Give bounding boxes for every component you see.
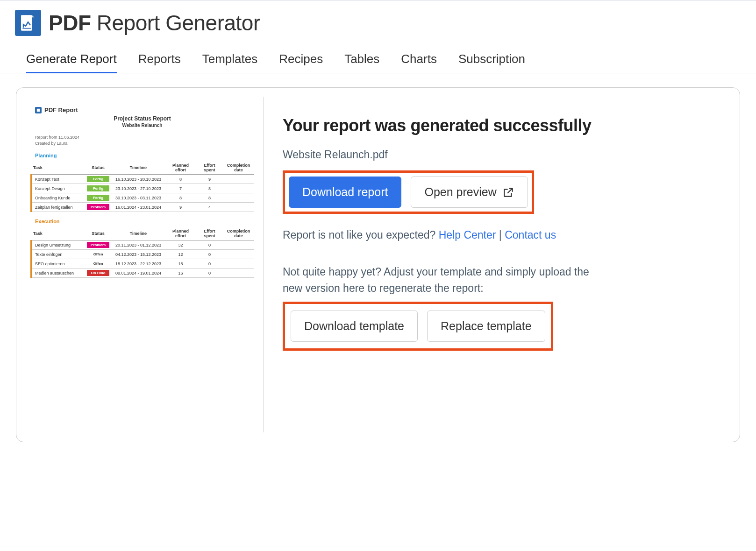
preview-table-planning: TaskStatusTimelinePlanned effortEffort s…: [30, 161, 254, 212]
contact-us-link[interactable]: Contact us: [505, 229, 556, 241]
table-header: Effort spent: [196, 227, 223, 240]
table-header: Planned effort: [165, 227, 196, 240]
table-row: Texte einfügenOffen04.12.2023 - 15.12.20…: [31, 250, 254, 259]
preview-section-execution: Execution: [30, 219, 254, 224]
help-center-link[interactable]: Help Center: [439, 229, 496, 241]
table-header: Completion date: [223, 227, 254, 240]
tab-subscription[interactable]: Subscription: [458, 46, 525, 73]
content-card: PDF Report Project Status Report Website…: [16, 87, 740, 442]
main-tabs: Generate ReportReportsTemplatesRecipesTa…: [0, 41, 756, 73]
preview-title: Project Status Report: [30, 115, 254, 122]
report-preview-column: PDF Report Project Status Report Website…: [30, 97, 264, 432]
download-report-button[interactable]: Download report: [289, 177, 401, 208]
tab-recipes[interactable]: Recipes: [279, 46, 323, 73]
app-header: PDF Report Generator: [0, 0, 756, 41]
table-header: Planned effort: [165, 161, 196, 175]
table-header: Status: [85, 227, 111, 240]
preview-section-planning: Planning: [30, 153, 254, 158]
table-row: Design UmsetzungProblem20.11.2023 - 01.1…: [31, 240, 254, 250]
table-header: Completion date: [223, 161, 254, 175]
template-actions-highlight: Download template Replace template: [283, 302, 553, 351]
table-header: Timeline: [112, 161, 165, 175]
tab-charts[interactable]: Charts: [401, 46, 437, 73]
help-line: Report is not like you expected? Help Ce…: [283, 229, 726, 241]
table-header: Task: [31, 227, 85, 240]
status-badge: Fertig: [87, 185, 109, 191]
tab-generate-report[interactable]: Generate Report: [26, 46, 117, 73]
adjust-template-text: Not quite happy yet? Adjust your templat…: [283, 264, 610, 296]
tab-templates[interactable]: Templates: [202, 46, 258, 73]
document-icon: [35, 107, 42, 113]
generated-filename: Website Relaunch.pdf: [283, 148, 726, 161]
download-template-button[interactable]: Download template: [291, 311, 418, 342]
app-title: PDF Report Generator: [49, 10, 260, 35]
primary-actions-highlight: Download report Open preview: [283, 170, 534, 214]
table-header: Timeline: [112, 227, 165, 240]
success-heading: Your report was generated successfully: [283, 116, 726, 135]
tab-tables[interactable]: Tables: [344, 46, 379, 73]
preview-table-execution: TaskStatusTimelinePlanned effortEffort s…: [30, 227, 254, 278]
table-row: Konzept DesignFertig23.10.2023 - 27.10.2…: [31, 184, 254, 193]
table-header: Task: [31, 161, 85, 175]
table-row: Konzept TextFertig16.10.2023 - 20.10.202…: [31, 175, 254, 184]
status-badge: Offen: [87, 261, 109, 267]
status-badge: Fertig: [87, 176, 109, 182]
svg-rect-1: [37, 108, 40, 111]
tab-reports[interactable]: Reports: [138, 46, 181, 73]
open-preview-button[interactable]: Open preview: [411, 177, 528, 208]
replace-template-button[interactable]: Replace template: [427, 311, 545, 342]
preview-header: PDF Report: [30, 106, 254, 113]
result-column: Your report was generated successfully W…: [273, 97, 726, 432]
preview-head-label: PDF Report: [44, 106, 78, 113]
table-row: Medien austauschenOn Hold08.01.2024 - 19…: [31, 268, 254, 278]
table-row: SEO optimierenOffen18.12.2023 - 22.12.20…: [31, 259, 254, 268]
status-badge: On Hold: [87, 270, 109, 276]
status-badge: Offen: [87, 251, 109, 257]
report-preview-document: PDF Report Project Status Report Website…: [30, 102, 254, 283]
external-link-icon: [502, 186, 514, 198]
table-row: Onboarding KundeFertig30.10.2023 - 03.11…: [31, 193, 254, 203]
status-badge: Problem: [87, 242, 109, 248]
status-badge: Fertig: [87, 195, 109, 201]
status-badge: Problem: [87, 204, 109, 210]
table-header: Effort spent: [196, 161, 223, 175]
preview-subtitle: Website Relaunch: [30, 123, 254, 128]
table-row: Zeitplan fertigstellenProblem16.01.2024 …: [31, 203, 254, 212]
app-logo-icon: [15, 10, 41, 36]
preview-meta: Report from 11.06.2024 Created by Laura: [30, 134, 254, 146]
table-header: Status: [85, 161, 111, 175]
